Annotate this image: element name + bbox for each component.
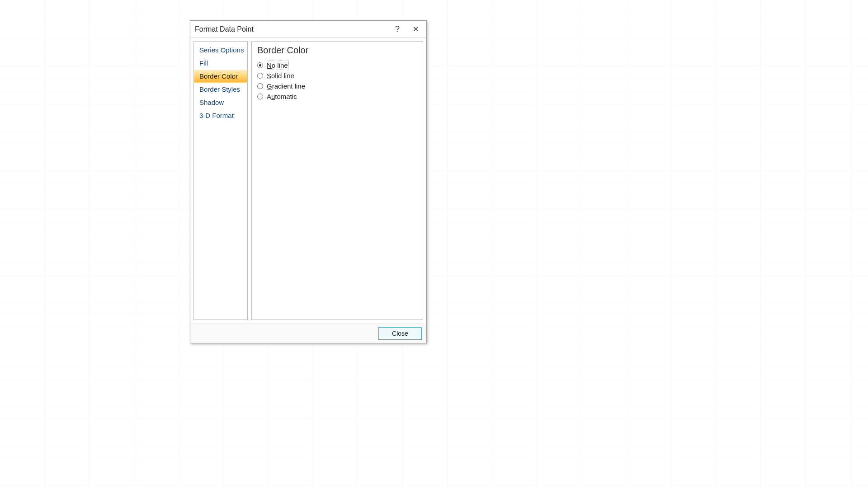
radio-button-icon [257,73,263,79]
category-sidebar: Series OptionsFillBorder ColorBorder Sty… [193,41,248,320]
spreadsheet-background [0,0,868,488]
sidebar-item-3-d-format[interactable]: 3-D Format [194,109,247,122]
radio-solid-line[interactable]: Solid line [257,70,417,81]
radio-no-line[interactable]: No line [257,60,417,70]
radio-automatic[interactable]: Automatic [257,91,417,102]
radio-button-icon [257,62,263,68]
format-data-point-dialog: Format Data Point ? ✕ Series OptionsFill… [190,20,427,343]
sidebar-item-series-options[interactable]: Series Options [194,43,247,56]
radio-label: Automatic [267,93,297,100]
close-button-label: Close [392,330,408,337]
dialog-footer: Close [190,323,426,343]
sidebar-item-border-color[interactable]: Border Color [194,70,247,83]
sidebar-item-shadow[interactable]: Shadow [194,96,247,109]
radio-label: Solid line [267,72,294,80]
sidebar-item-border-styles[interactable]: Border Styles [194,83,247,96]
help-button[interactable]: ? [388,23,406,36]
border-color-radio-group: No lineSolid lineGradient lineAutomatic [257,60,417,102]
radio-button-icon [257,83,263,89]
radio-label: Gradient line [267,82,305,90]
radio-label: No line [267,61,288,69]
titlebar: Format Data Point ? ✕ [190,21,426,38]
sidebar-item-fill[interactable]: Fill [194,56,247,70]
radio-gradient-line[interactable]: Gradient line [257,81,417,91]
panel-heading: Border Color [257,45,417,56]
close-window-button[interactable]: ✕ [406,23,425,36]
close-button[interactable]: Close [378,327,422,340]
help-icon: ? [395,24,400,34]
radio-button-icon [257,94,263,99]
close-icon: ✕ [413,25,419,33]
dialog-body: Series OptionsFillBorder ColorBorder Sty… [190,38,426,323]
dialog-title: Format Data Point [195,25,388,33]
content-panel: Border Color No lineSolid lineGradient l… [251,41,423,320]
